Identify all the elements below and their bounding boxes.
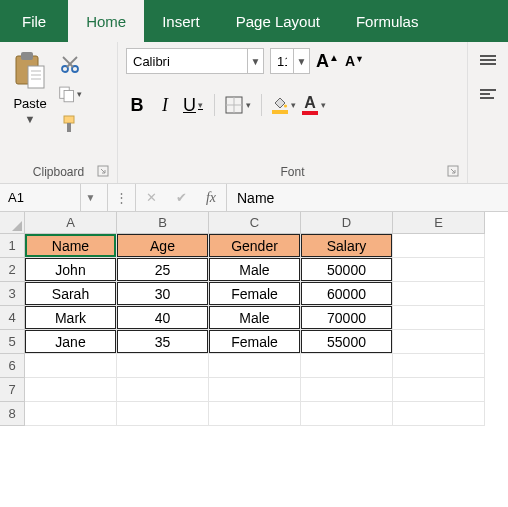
paste-dropdown-icon[interactable]: ▼ — [25, 113, 36, 125]
svg-rect-1 — [21, 52, 33, 60]
italic-button[interactable]: I — [154, 95, 176, 116]
tab-formulas[interactable]: Formulas — [338, 0, 437, 42]
tab-file[interactable]: File — [0, 0, 68, 42]
spacer: ⋮ — [108, 184, 136, 211]
cell-e3[interactable] — [393, 282, 485, 306]
chevron-down-icon: ▾ — [77, 89, 82, 99]
fill-color-button[interactable]: ▾ — [272, 96, 296, 114]
cell-b5[interactable]: 35 — [117, 330, 209, 354]
cell-a2[interactable]: John — [25, 258, 117, 282]
row-head-6[interactable]: 6 — [0, 354, 25, 378]
paste-button[interactable]: Paste ▼ — [8, 48, 52, 163]
cell-a1[interactable]: Name — [25, 234, 117, 258]
row-head-3[interactable]: 3 — [0, 282, 25, 306]
cell-c8[interactable] — [209, 402, 301, 426]
dialog-launcher-icon[interactable] — [447, 165, 459, 180]
cell-b6[interactable] — [117, 354, 209, 378]
font-size-input[interactable] — [271, 54, 293, 69]
font-name-combo[interactable]: ▼ — [126, 48, 264, 74]
cell-c1[interactable]: Gender — [209, 234, 301, 258]
cell-b4[interactable]: 40 — [117, 306, 209, 330]
copy-button[interactable]: ▾ — [58, 82, 82, 106]
tab-home[interactable]: Home — [68, 0, 144, 42]
formula-input[interactable]: Name — [227, 190, 508, 206]
cell-e1[interactable] — [393, 234, 485, 258]
cell-c4[interactable]: Male — [209, 306, 301, 330]
row-head-1[interactable]: 1 — [0, 234, 25, 258]
cell-e6[interactable] — [393, 354, 485, 378]
row-head-7[interactable]: 7 — [0, 378, 25, 402]
cut-button[interactable] — [58, 52, 82, 76]
chevron-down-icon[interactable]: ▼ — [247, 49, 263, 73]
copy-icon — [58, 84, 77, 104]
col-head-b[interactable]: B — [117, 212, 209, 234]
cell-d6[interactable] — [301, 354, 393, 378]
tab-insert[interactable]: Insert — [144, 0, 218, 42]
col-head-d[interactable]: D — [301, 212, 393, 234]
font-name-input[interactable] — [127, 54, 247, 69]
chevron-down-icon: ▾ — [246, 100, 251, 110]
cell-e2[interactable] — [393, 258, 485, 282]
cell-d3[interactable]: 60000 — [301, 282, 393, 306]
cell-b2[interactable]: 25 — [117, 258, 209, 282]
svg-rect-13 — [67, 123, 71, 132]
bold-button[interactable]: B — [126, 95, 148, 116]
cell-c2[interactable]: Male — [209, 258, 301, 282]
col-head-e[interactable]: E — [393, 212, 485, 234]
name-box[interactable]: ▼ — [0, 184, 108, 211]
font-color-button[interactable]: A ▾ — [302, 95, 326, 115]
cell-d7[interactable] — [301, 378, 393, 402]
format-painter-button[interactable] — [58, 112, 82, 136]
separator — [214, 94, 215, 116]
row-head-4[interactable]: 4 — [0, 306, 25, 330]
cell-a8[interactable] — [25, 402, 117, 426]
enter-button[interactable]: ✔ — [166, 184, 196, 211]
cell-a5[interactable]: Jane — [25, 330, 117, 354]
align-left-button[interactable] — [480, 86, 500, 102]
underline-button[interactable]: U ▾ — [182, 95, 204, 116]
col-head-c[interactable]: C — [209, 212, 301, 234]
chevron-down-icon[interactable]: ▼ — [80, 184, 100, 211]
cell-d8[interactable] — [301, 402, 393, 426]
cell-b1[interactable]: Age — [117, 234, 209, 258]
chevron-down-icon[interactable]: ▼ — [293, 49, 309, 73]
name-box-input[interactable] — [0, 190, 80, 205]
cancel-button[interactable]: ✕ — [136, 184, 166, 211]
cell-b8[interactable] — [117, 402, 209, 426]
row-head-8[interactable]: 8 — [0, 402, 25, 426]
cell-e8[interactable] — [393, 402, 485, 426]
select-all-corner[interactable] — [0, 212, 25, 234]
align-top-button[interactable] — [480, 52, 500, 68]
cell-a7[interactable] — [25, 378, 117, 402]
cell-e5[interactable] — [393, 330, 485, 354]
dialog-launcher-icon[interactable] — [97, 165, 109, 180]
format-painter-icon — [60, 114, 80, 134]
cell-b7[interactable] — [117, 378, 209, 402]
borders-button[interactable]: ▾ — [225, 96, 251, 114]
borders-icon — [225, 96, 243, 114]
cell-d5[interactable]: 55000 — [301, 330, 393, 354]
cell-d2[interactable]: 50000 — [301, 258, 393, 282]
tab-page-layout[interactable]: Page Layout — [218, 0, 338, 42]
decrease-font-button[interactable]: A▼ — [345, 53, 364, 69]
underline-letter: U — [183, 95, 196, 116]
cell-a3[interactable]: Sarah — [25, 282, 117, 306]
cell-d1[interactable]: Salary — [301, 234, 393, 258]
cell-b3[interactable]: 30 — [117, 282, 209, 306]
cell-c6[interactable] — [209, 354, 301, 378]
cell-a6[interactable] — [25, 354, 117, 378]
cell-e7[interactable] — [393, 378, 485, 402]
row-head-2[interactable]: 2 — [0, 258, 25, 282]
cell-a4[interactable]: Mark — [25, 306, 117, 330]
row-head-5[interactable]: 5 — [0, 330, 25, 354]
cell-c5[interactable]: Female — [209, 330, 301, 354]
cell-c3[interactable]: Female — [209, 282, 301, 306]
font-size-combo[interactable]: ▼ — [270, 48, 310, 74]
fx-button[interactable]: fx — [196, 184, 226, 211]
increase-font-button[interactable]: A▲ — [316, 51, 339, 72]
svg-point-18 — [284, 104, 287, 107]
col-head-a[interactable]: A — [25, 212, 117, 234]
cell-c7[interactable] — [209, 378, 301, 402]
cell-d4[interactable]: 70000 — [301, 306, 393, 330]
cell-e4[interactable] — [393, 306, 485, 330]
